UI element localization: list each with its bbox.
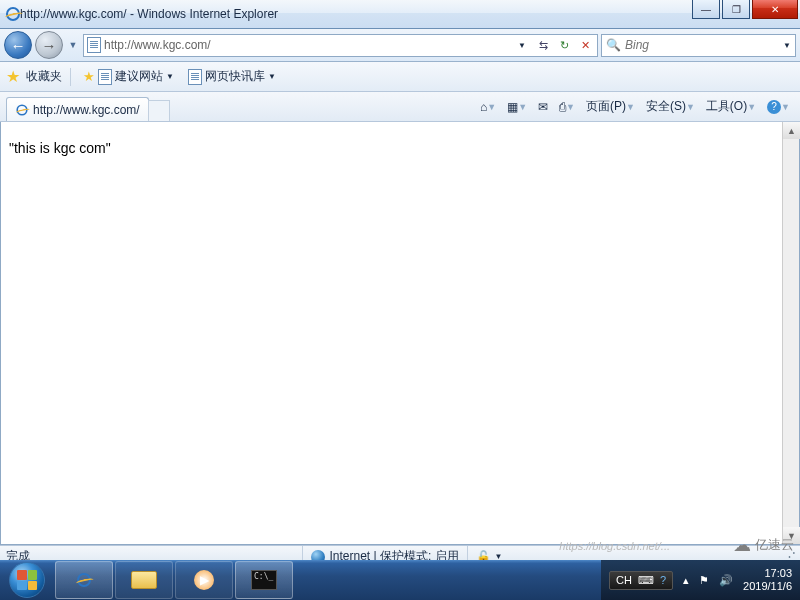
ie-icon <box>77 573 91 587</box>
scroll-up-button[interactable]: ▲ <box>783 122 800 139</box>
maximize-button[interactable]: ❐ <box>722 0 750 19</box>
help-tray-icon: ? <box>660 574 666 586</box>
suggested-sites-item[interactable]: ★ 建议网站 ▼ <box>79 66 178 87</box>
home-button[interactable]: ⌂▼ <box>476 97 500 117</box>
start-button[interactable] <box>0 560 54 600</box>
windows-logo-icon <box>9 562 45 598</box>
web-slice-item[interactable]: 网页快讯库 ▼ <box>184 66 280 87</box>
refresh-button[interactable]: ↻ <box>555 36 573 54</box>
print-icon: ⎙ <box>559 100 566 114</box>
print-button[interactable]: ⎙▼ <box>555 97 579 117</box>
clock-time: 17:03 <box>743 567 792 580</box>
search-bar[interactable]: 🔍 ▼ <box>601 34 796 57</box>
clock-date: 2019/11/6 <box>743 580 792 593</box>
favorites-bar: ★ 收藏夹 ★ 建议网站 ▼ 网页快讯库 ▼ <box>0 62 800 92</box>
back-button[interactable]: ← <box>4 31 32 59</box>
url-input[interactable] <box>104 38 510 52</box>
window-controls: — ❐ ✕ <box>692 0 798 19</box>
volume-icon[interactable]: 🔊 <box>719 574 733 587</box>
watermark-url: https://blog.csdn.net/... <box>559 540 670 552</box>
close-button[interactable]: ✕ <box>752 0 798 19</box>
back-arrow-icon: ← <box>11 37 26 54</box>
taskbar-explorer-button[interactable] <box>115 561 173 599</box>
chevron-down-icon: ▼ <box>166 72 174 81</box>
taskbar-ie-button[interactable] <box>55 561 113 599</box>
mail-icon: ✉ <box>538 100 548 114</box>
tab-favicon <box>16 104 27 115</box>
home-icon: ⌂ <box>480 100 487 114</box>
favorites-label[interactable]: 收藏夹 <box>26 68 62 85</box>
page-icon <box>98 69 112 85</box>
vertical-scrollbar[interactable]: ▲ ▼ <box>782 122 799 544</box>
language-bar[interactable]: CH ⌨ ? <box>609 571 673 590</box>
url-dropdown[interactable]: ▼ <box>513 36 531 54</box>
forward-arrow-icon: → <box>42 37 57 54</box>
page-content: "this is kgc com" ▲ ▼ <box>0 122 800 545</box>
search-icon: 🔍 <box>606 38 621 52</box>
window-titlebar: http://www.kgc.com/ - Windows Internet E… <box>0 0 800 29</box>
favorites-star-icon[interactable]: ★ <box>6 67 20 86</box>
feeds-button[interactable]: ▦▼ <box>503 97 531 117</box>
help-button[interactable]: ?▼ <box>763 97 794 117</box>
tools-menu[interactable]: 工具(O)▼ <box>702 95 760 118</box>
taskbar-cmd-button[interactable]: C:\_ <box>235 561 293 599</box>
watermark-brand: ☁ 亿速云 <box>733 534 794 556</box>
star-icon: ★ <box>83 69 95 84</box>
cmd-icon: C:\_ <box>251 570 277 590</box>
web-slice-label: 网页快讯库 <box>205 68 265 85</box>
search-dropdown[interactable]: ▼ <box>783 41 791 50</box>
browser-tab[interactable]: http://www.kgc.com/ <box>6 97 149 121</box>
forward-button[interactable]: → <box>35 31 63 59</box>
stop-button[interactable]: ✕ <box>576 36 594 54</box>
page-icon <box>188 69 202 85</box>
window-title: http://www.kgc.com/ - Windows Internet E… <box>20 7 278 21</box>
feeds-icon: ▦ <box>507 100 518 114</box>
minimize-button[interactable]: — <box>692 0 720 19</box>
suggested-sites-label: 建议网站 <box>115 68 163 85</box>
new-tab-button[interactable] <box>148 100 170 121</box>
ie-icon <box>6 7 20 21</box>
tab-title: http://www.kgc.com/ <box>33 103 140 117</box>
chevron-down-icon: ▼ <box>268 72 276 81</box>
clock[interactable]: 17:03 2019/11/6 <box>743 567 792 593</box>
taskbar-media-button[interactable]: ▶ <box>175 561 233 599</box>
help-icon: ? <box>767 100 781 114</box>
tray-chevron[interactable]: ▴ <box>683 574 689 587</box>
navigation-bar: ← → ▼ ▼ ⇆ ↻ ✕ 🔍 ▼ <box>0 29 800 62</box>
media-player-icon: ▶ <box>194 570 214 590</box>
address-bar[interactable]: ▼ ⇆ ↻ ✕ <box>83 34 598 57</box>
page-icon <box>87 37 101 53</box>
taskbar: ▶ C:\_ CH ⌨ ? ▴ ⚑ 🔊 17:03 2019/11/6 <box>0 560 800 600</box>
compat-view-icon[interactable]: ⇆ <box>534 36 552 54</box>
command-bar: http://www.kgc.com/ ⌂▼ ▦▼ ✉ ⎙▼ 页面(P)▼ 安全… <box>0 92 800 122</box>
search-input[interactable] <box>625 38 779 52</box>
system-tray: CH ⌨ ? ▴ ⚑ 🔊 17:03 2019/11/6 <box>601 560 800 600</box>
folder-icon <box>131 571 157 589</box>
action-flag-icon[interactable]: ⚑ <box>699 574 709 587</box>
safety-menu[interactable]: 安全(S)▼ <box>642 95 699 118</box>
cloud-icon: ☁ <box>733 534 751 556</box>
page-menu[interactable]: 页面(P)▼ <box>582 95 639 118</box>
mail-button[interactable]: ✉ <box>534 97 552 117</box>
page-body-text: "this is kgc com" <box>9 140 111 156</box>
command-toolbar: ⌂▼ ▦▼ ✉ ⎙▼ 页面(P)▼ 安全(S)▼ 工具(O)▼ ?▼ <box>476 95 794 118</box>
keyboard-icon: ⌨ <box>638 574 654 587</box>
separator <box>70 68 71 86</box>
history-dropdown[interactable]: ▼ <box>66 31 80 59</box>
